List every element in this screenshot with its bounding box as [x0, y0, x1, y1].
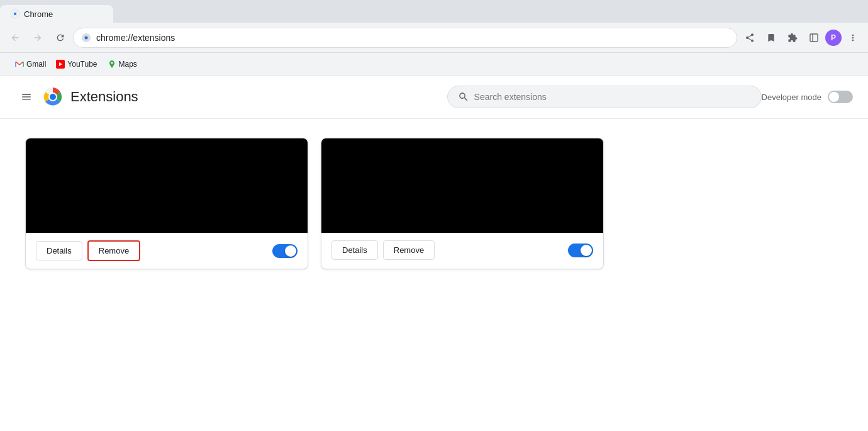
chrome-logo: [43, 87, 63, 107]
youtube-label: YouTube: [67, 60, 97, 69]
remove-button-2[interactable]: Remove: [383, 240, 435, 260]
svg-point-4: [14, 13, 16, 15]
browser-chrome: Chrome chrome://extensions: [0, 0, 868, 76]
developer-mode-label: Developer mode: [762, 92, 821, 102]
extension-actions-2: Details Remove: [321, 233, 603, 267]
developer-mode-toggle[interactable]: [828, 91, 853, 103]
extension-toggle-2[interactable]: [568, 243, 593, 257]
bookmarks-bar: Gmail YouTube Maps: [0, 53, 868, 76]
extensions-grid: Details Remove Details Remove: [0, 119, 868, 288]
address-text: chrome://extensions: [96, 33, 729, 43]
share-button[interactable]: [740, 28, 760, 48]
extension-actions-1: Details Remove: [26, 233, 308, 269]
forward-button[interactable]: [28, 28, 48, 48]
active-tab[interactable]: Chrome: [0, 5, 113, 23]
search-input[interactable]: [474, 92, 751, 102]
details-button-2[interactable]: Details: [331, 240, 378, 260]
reload-button[interactable]: [50, 28, 70, 48]
bookmark-youtube[interactable]: YouTube: [51, 57, 102, 71]
svg-point-13: [111, 62, 113, 64]
bookmark-maps[interactable]: Maps: [103, 57, 142, 71]
menu-button[interactable]: [843, 28, 863, 48]
developer-mode-section: Developer mode: [762, 91, 853, 103]
extension-preview-1: [26, 138, 308, 233]
nav-actions: P: [740, 28, 863, 48]
youtube-icon: [56, 60, 65, 69]
nav-bar: chrome://extensions P: [0, 23, 868, 53]
page-title: Extensions: [70, 89, 447, 105]
bookmark-gmail[interactable]: Gmail: [10, 57, 51, 71]
maps-label: Maps: [119, 60, 137, 69]
address-bar[interactable]: chrome://extensions: [73, 28, 737, 48]
bookmark-button[interactable]: [761, 28, 781, 48]
profile-avatar[interactable]: P: [825, 30, 842, 46]
gmail-label: Gmail: [26, 60, 46, 69]
remove-button-1[interactable]: Remove: [87, 240, 140, 261]
extension-card-2: Details Remove: [321, 138, 604, 269]
sidebar-button[interactable]: [804, 28, 824, 48]
page-content: Extensions Developer mode Details Remove: [0, 76, 868, 431]
details-button-1[interactable]: Details: [36, 241, 82, 260]
tab-bar: Chrome: [0, 0, 868, 23]
tab-favicon: [10, 9, 20, 19]
gmail-icon: [15, 60, 24, 69]
extensions-button[interactable]: [782, 28, 803, 48]
search-bar[interactable]: [447, 86, 762, 108]
tab-title: Chrome: [24, 9, 53, 19]
extension-toggle-1[interactable]: [272, 244, 298, 258]
maps-icon: [108, 60, 116, 69]
extension-card-1: Details Remove: [25, 138, 308, 269]
svg-rect-7: [810, 34, 818, 42]
svg-point-16: [50, 94, 56, 100]
search-icon: [458, 91, 469, 103]
back-button[interactable]: [5, 28, 25, 48]
address-bar-icon: [81, 33, 91, 43]
extension-preview-2: [321, 138, 603, 233]
extensions-header: Extensions Developer mode: [0, 76, 868, 119]
svg-point-6: [85, 36, 88, 39]
hamburger-menu-button[interactable]: [15, 86, 38, 108]
